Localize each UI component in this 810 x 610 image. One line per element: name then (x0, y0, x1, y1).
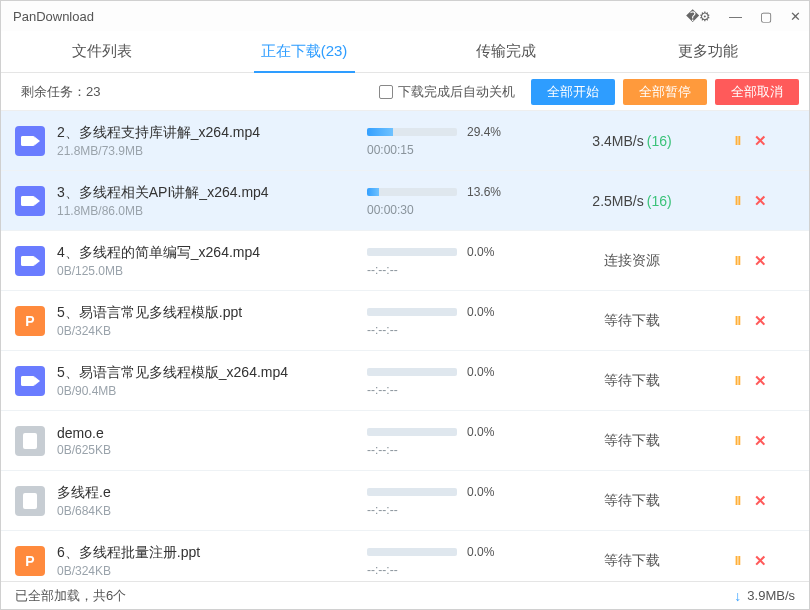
settings-icon[interactable]: �⚙ (686, 9, 711, 24)
download-row[interactable]: 5、易语言常见多线程模版_x264.mp40B/90.4MB0.0%--:--:… (1, 351, 809, 411)
file-name: 6、多线程批量注册.ppt (57, 544, 367, 562)
tab-completed[interactable]: 传输完成 (405, 31, 607, 72)
file-size: 0B/90.4MB (57, 384, 367, 398)
start-all-button[interactable]: 全部开始 (531, 79, 615, 105)
tabs: 文件列表 正在下载(23) 传输完成 更多功能 (1, 31, 809, 73)
progress: 0.0%--:--:-- (367, 425, 557, 457)
status-text: 等待下载 (557, 492, 707, 510)
progress-percent: 13.6% (467, 185, 501, 199)
elapsed-time: --:--:-- (367, 503, 557, 517)
file-info: 多线程.e0B/684KB (57, 484, 367, 518)
minimize-icon[interactable]: — (729, 9, 742, 24)
cancel-icon[interactable]: ✕ (754, 252, 767, 270)
progress-bar (367, 188, 457, 196)
speed: 3.4MB/s(16) (557, 133, 707, 149)
video-icon (15, 126, 45, 156)
pause-icon[interactable]: II (735, 493, 740, 508)
download-row[interactable]: 4、多线程的简单编写_x264.mp40B/125.0MB0.0%--:--:-… (1, 231, 809, 291)
file-info: 6、多线程批量注册.ppt0B/324KB (57, 544, 367, 578)
tab-downloading[interactable]: 正在下载(23) (203, 31, 405, 72)
thread-count: (16) (647, 133, 672, 149)
progress-bar (367, 428, 457, 436)
toolbar: 剩余任务：23 下载完成后自动关机 全部开始 全部暂停 全部取消 (1, 73, 809, 111)
thread-count: (16) (647, 193, 672, 209)
progress-percent: 0.0% (467, 305, 494, 319)
pause-icon[interactable]: II (735, 133, 740, 148)
progress: 0.0%--:--:-- (367, 485, 557, 517)
elapsed-time: --:--:-- (367, 383, 557, 397)
titlebar: PanDownload �⚙ — ▢ ✕ (1, 1, 809, 31)
file-name: 3、多线程相关API讲解_x264.mp4 (57, 184, 367, 202)
progress: 29.4%00:00:15 (367, 125, 557, 157)
window-controls: �⚙ — ▢ ✕ (686, 9, 801, 24)
progress-bar (367, 128, 457, 136)
cancel-icon[interactable]: ✕ (754, 312, 767, 330)
progress: 0.0%--:--:-- (367, 245, 557, 277)
download-row[interactable]: 多线程.e0B/684KB0.0%--:--:--等待下载II✕ (1, 471, 809, 531)
file-size: 0B/324KB (57, 324, 367, 338)
progress-percent: 29.4% (467, 125, 501, 139)
speed: 2.5MB/s(16) (557, 193, 707, 209)
elapsed-time: --:--:-- (367, 263, 557, 277)
status-text: 连接资源 (557, 252, 707, 270)
progress-bar (367, 368, 457, 376)
cancel-all-button[interactable]: 全部取消 (715, 79, 799, 105)
tab-file-list[interactable]: 文件列表 (1, 31, 203, 72)
progress: 0.0%--:--:-- (367, 545, 557, 577)
cancel-icon[interactable]: ✕ (754, 492, 767, 510)
progress-bar (367, 248, 457, 256)
pause-icon[interactable]: II (735, 373, 740, 388)
ppt-icon: P (15, 306, 45, 336)
progress-bar (367, 308, 457, 316)
file-size: 0B/324KB (57, 564, 367, 578)
file-name: demo.e (57, 425, 367, 441)
cancel-icon[interactable]: ✕ (754, 372, 767, 390)
pause-icon[interactable]: II (735, 313, 740, 328)
progress: 0.0%--:--:-- (367, 305, 557, 337)
status-loaded: 已全部加载，共6个 (15, 587, 126, 605)
file-info: demo.e0B/625KB (57, 425, 367, 457)
file-size: 21.8MB/73.9MB (57, 144, 367, 158)
pause-icon[interactable]: II (735, 433, 740, 448)
progress-percent: 0.0% (467, 485, 494, 499)
pause-icon[interactable]: II (735, 553, 740, 568)
download-row[interactable]: demo.e0B/625KB0.0%--:--:--等待下载II✕ (1, 411, 809, 471)
elapsed-time: 00:00:15 (367, 143, 557, 157)
cancel-icon[interactable]: ✕ (754, 192, 767, 210)
row-actions: II✕ (707, 132, 767, 150)
row-actions: II✕ (707, 372, 767, 390)
pause-all-button[interactable]: 全部暂停 (623, 79, 707, 105)
cancel-icon[interactable]: ✕ (754, 432, 767, 450)
file-name: 2、多线程支持库讲解_x264.mp4 (57, 124, 367, 142)
progress-percent: 0.0% (467, 545, 494, 559)
shutdown-label: 下载完成后自动关机 (398, 83, 515, 101)
progress-bar (367, 548, 457, 556)
progress: 13.6%00:00:30 (367, 185, 557, 217)
elapsed-time: --:--:-- (367, 563, 557, 577)
tab-more[interactable]: 更多功能 (607, 31, 809, 72)
row-actions: II✕ (707, 192, 767, 210)
file-icon (15, 486, 45, 516)
download-row[interactable]: P6、多线程批量注册.ppt0B/324KB0.0%--:--:--等待下载II… (1, 531, 809, 581)
progress-bar (367, 488, 457, 496)
pause-icon[interactable]: II (735, 253, 740, 268)
close-icon[interactable]: ✕ (790, 9, 801, 24)
maximize-icon[interactable]: ▢ (760, 9, 772, 24)
pause-icon[interactable]: II (735, 193, 740, 208)
cancel-icon[interactable]: ✕ (754, 552, 767, 570)
file-info: 4、多线程的简单编写_x264.mp40B/125.0MB (57, 244, 367, 278)
file-info: 3、多线程相关API讲解_x264.mp411.8MB/86.0MB (57, 184, 367, 218)
status-text: 等待下载 (557, 372, 707, 390)
progress-percent: 0.0% (467, 365, 494, 379)
file-size: 11.8MB/86.0MB (57, 204, 367, 218)
shutdown-checkbox[interactable]: 下载完成后自动关机 (379, 83, 515, 101)
file-size: 0B/684KB (57, 504, 367, 518)
progress-percent: 0.0% (467, 425, 494, 439)
window-title: PanDownload (13, 9, 94, 24)
download-row[interactable]: 2、多线程支持库讲解_x264.mp421.8MB/73.9MB29.4%00:… (1, 111, 809, 171)
file-icon (15, 426, 45, 456)
download-row[interactable]: 3、多线程相关API讲解_x264.mp411.8MB/86.0MB13.6%0… (1, 171, 809, 231)
download-row[interactable]: P5、易语言常见多线程模版.ppt0B/324KB0.0%--:--:--等待下… (1, 291, 809, 351)
status-text: 等待下载 (557, 432, 707, 450)
cancel-icon[interactable]: ✕ (754, 132, 767, 150)
